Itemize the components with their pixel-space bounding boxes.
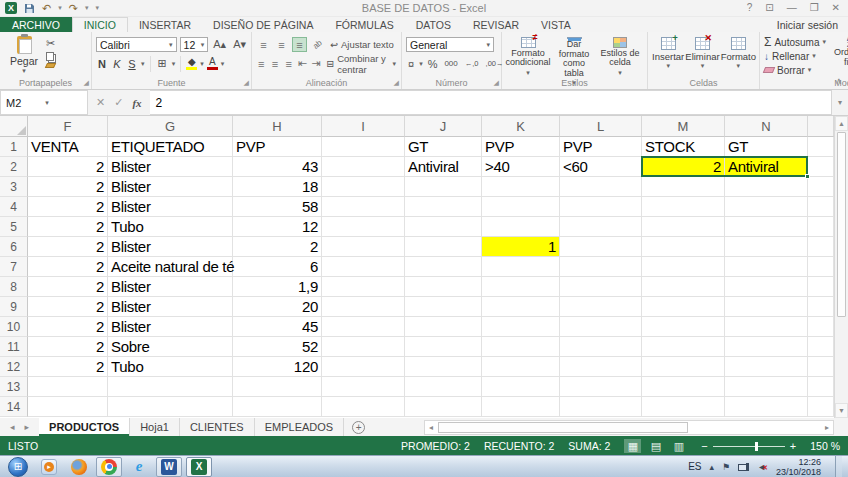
cell-H1[interactable]: PVP [233,137,322,157]
copy-button[interactable] [44,52,59,61]
clear-button[interactable]: Borrar▾ [764,63,826,77]
cell-K14[interactable] [482,397,560,417]
cell-L13[interactable] [560,377,642,397]
cell-J4[interactable] [405,197,482,217]
paste-button[interactable]: Pegar ▾ [4,35,44,76]
cell-L8[interactable] [560,277,642,297]
row-header-6[interactable]: 6 [0,237,28,257]
accounting-dropdown-icon[interactable]: ▾ [419,60,423,68]
insert-cells-button[interactable]: + Insertar ▾ [652,35,684,77]
cell-I5[interactable] [322,217,405,237]
percent-style-button[interactable]: % [426,58,440,70]
cell-M10[interactable] [642,317,725,337]
align-top-button[interactable]: ≡ [256,37,271,52]
cell-H3[interactable]: 18 [233,177,322,197]
cell-I3[interactable] [322,177,405,197]
cell-N1[interactable]: GT [725,137,808,157]
shrink-font-button[interactable]: A▾ [231,38,248,51]
cell-M1[interactable]: STOCK [642,137,725,157]
row-header-7[interactable]: 7 [0,257,28,277]
cell-F4[interactable]: 2 [28,197,108,217]
bold-button[interactable]: N [96,58,108,70]
fill-button[interactable]: ↓Rellenar▾ [764,49,826,63]
cell-K11[interactable] [482,337,560,357]
decrease-indent-button[interactable]: ⇤ [297,56,308,71]
tab-revisar[interactable]: REVISAR [462,17,530,32]
cell-K2[interactable]: >40 [482,157,560,177]
align-right-button[interactable]: ≡ [283,56,294,71]
cell-L5[interactable] [560,217,642,237]
row-header-3[interactable]: 3 [0,177,28,197]
cell-H12[interactable]: 120 [233,357,322,377]
cell-F13[interactable] [28,377,108,397]
collapse-ribbon-button[interactable]: ∧ [835,76,842,86]
cell-J6[interactable] [405,237,482,257]
cell-J9[interactable] [405,297,482,317]
row-header-1[interactable]: 1 [0,137,28,157]
numero-dialog-launcher-icon[interactable]: ◢ [494,79,499,87]
cell-J13[interactable] [405,377,482,397]
underline-button[interactable]: S [126,58,138,70]
conditional-format-button[interactable]: ≠ Formato condicional ▾ [506,35,550,77]
scroll-track[interactable] [835,318,848,403]
cell-G5[interactable]: Tubo [108,217,233,237]
cell-G14[interactable] [108,397,233,417]
cell-J12[interactable] [405,357,482,377]
cell-L1[interactable]: PVP [560,137,642,157]
column-header-F[interactable]: F [28,116,108,137]
page-layout-view-button[interactable]: ▤ [647,439,664,453]
number-format-combo[interactable]: General▾ [406,37,494,52]
cell-H6[interactable]: 2 [233,237,322,257]
cell-G3[interactable]: Blister [108,177,233,197]
cell-F7[interactable]: 2 [28,257,108,277]
cell-M14[interactable] [642,397,725,417]
cell-partial-8[interactable] [808,277,834,297]
cell-I1[interactable] [322,137,405,157]
cell-M13[interactable] [642,377,725,397]
cell-partial-14[interactable] [808,397,834,417]
column-header-I[interactable]: I [322,116,405,137]
cell-K10[interactable] [482,317,560,337]
cell-J3[interactable] [405,177,482,197]
cell-partial-11[interactable] [808,337,834,357]
cell-M11[interactable] [642,337,725,357]
insert-function-icon[interactable]: fx [132,97,141,109]
cell-M8[interactable] [642,277,725,297]
autosum-button[interactable]: ΣAutosuma▾ [764,35,826,49]
cell-F10[interactable]: 2 [28,317,108,337]
align-left-button[interactable]: ≡ [256,56,267,71]
tab-inicio[interactable]: INICIO [72,17,128,32]
cell-L11[interactable] [560,337,642,357]
cancel-entry-icon[interactable]: ✕ [96,96,105,109]
cell-M5[interactable] [642,217,725,237]
cell-L2[interactable]: <60 [560,157,642,177]
format-cells-button[interactable]: Formato ▾ [721,35,756,77]
font-size-combo[interactable]: 12▾ [180,37,209,52]
cell-M7[interactable] [642,257,725,277]
cell-partial-7[interactable] [808,257,834,277]
taskbar-clock[interactable]: 12:2623/10/2018 [776,457,821,477]
row-header-10[interactable]: 10 [0,317,28,337]
cell-N13[interactable] [725,377,808,397]
scroll-up-icon[interactable]: ▲ [835,116,848,131]
row-header-2[interactable]: 2 [0,157,28,177]
format-painter-button[interactable] [44,63,59,68]
cell-L4[interactable] [560,197,642,217]
row-header-9[interactable]: 9 [0,297,28,317]
cell-K6[interactable]: 1 [482,237,560,257]
fill-color-dropdown-icon[interactable]: ▾ [200,60,204,68]
underline-dropdown-icon[interactable]: ▾ [141,60,145,68]
cell-I11[interactable] [322,337,405,357]
action-center-flag-icon[interactable]: ⚑ [722,462,730,472]
cell-K5[interactable] [482,217,560,237]
fuente-dialog-launcher-icon[interactable]: ◢ [244,79,249,87]
cell-I4[interactable] [322,197,405,217]
accounting-format-button[interactable]: ¤ [406,58,416,70]
tab-vista[interactable]: VISTA [530,17,582,32]
vertical-scrollbar[interactable]: ▲ ▼ [834,116,848,418]
increase-decimal-button[interactable]: ←,0 [463,59,481,68]
cell-K8[interactable] [482,277,560,297]
row-header-12[interactable]: 12 [0,357,28,377]
cell-partial-4[interactable] [808,197,834,217]
cell-L3[interactable] [560,177,642,197]
